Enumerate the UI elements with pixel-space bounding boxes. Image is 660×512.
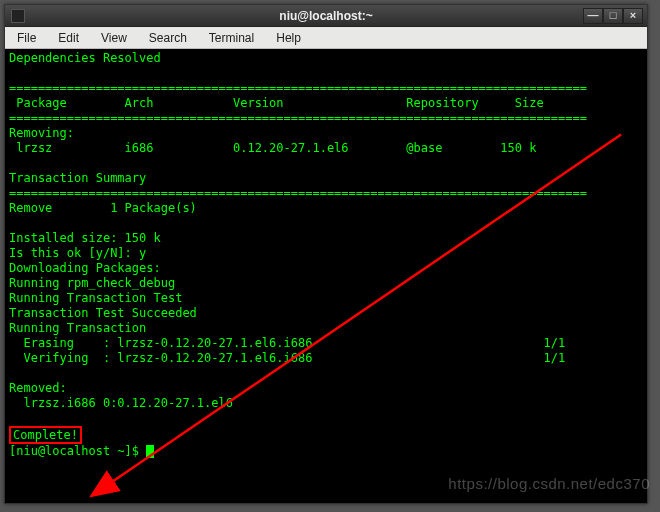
line-run-txn-test: Running Transaction Test xyxy=(9,291,182,305)
line-erasing: Erasing : lrzsz-0.12.20-27.1.el6.i686 1/… xyxy=(9,336,565,350)
window-controls: — □ × xyxy=(583,8,643,24)
complete-highlight: Complete! xyxy=(9,426,82,444)
line-removing: Removing: xyxy=(9,126,74,140)
titlebar: niu@localhost:~ — □ × xyxy=(5,5,647,27)
shell-prompt: [niu@localhost ~]$ xyxy=(9,444,146,458)
separator: ========================================… xyxy=(9,81,587,95)
app-icon xyxy=(11,9,25,23)
line-removed-pkg: lrzsz.i686 0:0.12.20-27.1.el6 xyxy=(9,396,233,410)
line-remove-count: Remove 1 Package(s) xyxy=(9,201,197,215)
menu-terminal[interactable]: Terminal xyxy=(203,29,260,47)
cursor-block xyxy=(146,445,154,458)
menu-search[interactable]: Search xyxy=(143,29,193,47)
line-complete: Complete! xyxy=(13,428,78,442)
line-dep-resolved: Dependencies Resolved xyxy=(9,51,161,65)
line-rpm-check: Running rpm_check_debug xyxy=(9,276,175,290)
terminal-window: niu@localhost:~ — □ × File Edit View Sea… xyxy=(4,4,648,504)
window-title: niu@localhost:~ xyxy=(279,9,372,23)
menu-view[interactable]: View xyxy=(95,29,133,47)
menu-edit[interactable]: Edit xyxy=(52,29,85,47)
close-button[interactable]: × xyxy=(623,8,643,24)
line-run-txn: Running Transaction xyxy=(9,321,146,335)
separator: ========================================… xyxy=(9,186,587,200)
table-header: Package Arch Version Repository Size xyxy=(9,96,544,110)
menubar: File Edit View Search Terminal Help xyxy=(5,27,647,49)
line-txn-test-ok: Transaction Test Succeeded xyxy=(9,306,197,320)
line-txn-summary: Transaction Summary xyxy=(9,171,146,185)
line-verifying: Verifying : lrzsz-0.12.20-27.1.el6.i686 … xyxy=(9,351,565,365)
menu-file[interactable]: File xyxy=(11,29,42,47)
terminal-output[interactable]: Dependencies Resolved ==================… xyxy=(5,49,647,503)
line-is-ok: Is this ok [y/N]: y xyxy=(9,246,146,260)
menu-help[interactable]: Help xyxy=(270,29,307,47)
separator: ========================================… xyxy=(9,111,587,125)
table-row: lrzsz i686 0.12.20-27.1.el6 @base 150 k xyxy=(9,141,536,155)
minimize-button[interactable]: — xyxy=(583,8,603,24)
line-downloading: Downloading Packages: xyxy=(9,261,161,275)
line-removed: Removed: xyxy=(9,381,67,395)
maximize-button[interactable]: □ xyxy=(603,8,623,24)
line-inst-size: Installed size: 150 k xyxy=(9,231,161,245)
